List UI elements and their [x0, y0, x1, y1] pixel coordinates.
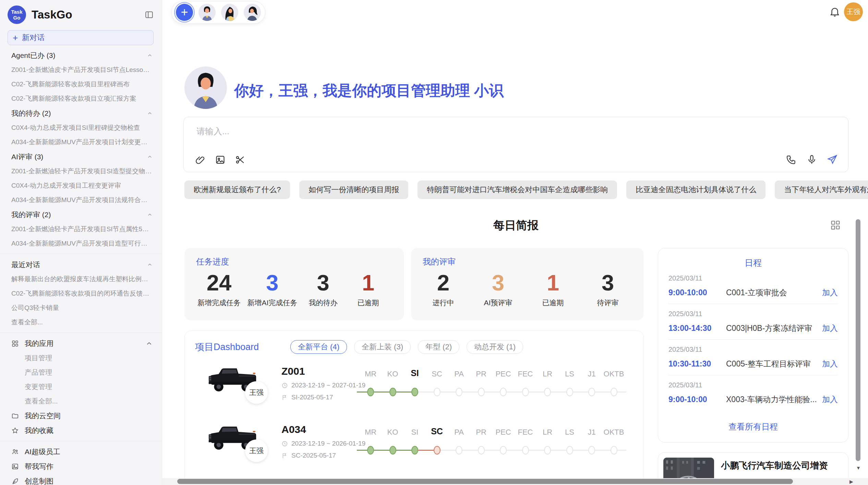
- join-meeting-link[interactable]: 加入: [822, 323, 838, 334]
- sidebar-recent-item[interactable]: 公司Q3轻卡销量: [0, 301, 162, 315]
- new-conversation-button[interactable]: +: [176, 4, 193, 21]
- conversation-switcher: +: [171, 1, 265, 24]
- sidebar-section-header[interactable]: Agent已办 (3): [0, 48, 162, 63]
- microphone-icon[interactable]: [806, 154, 817, 165]
- milestone-node[interactable]: [389, 388, 396, 396]
- milestone-node[interactable]: [434, 388, 441, 396]
- suggestion-chip[interactable]: 欧洲新规最近颁布了什么?: [184, 181, 290, 199]
- milestone-connector: [418, 391, 434, 393]
- project-row[interactable]: 王强A0342023-12-19 ~ 2026-01-19SC-2025-05-…: [185, 419, 643, 470]
- dashboard-tab[interactable]: 全新上装 (3): [354, 340, 411, 354]
- sidebar-task-item[interactable]: Z001-全新燃油轻卡产品开发项目SI节点属性5D文件评审: [0, 222, 162, 236]
- view-all-schedule-link[interactable]: 查看所有日程: [668, 421, 838, 432]
- milestone-node[interactable]: [500, 446, 507, 455]
- sidebar-task-item[interactable]: A034-全新新能源MUV产品开发项目计划变更表编写: [0, 135, 162, 149]
- milestone-node[interactable]: [389, 446, 396, 455]
- schedule-title: 日程: [668, 257, 838, 269]
- milestone-node[interactable]: [566, 446, 573, 455]
- milestone-node[interactable]: [478, 388, 485, 396]
- milestone-node[interactable]: [522, 446, 529, 455]
- milestone-node[interactable]: [588, 388, 595, 396]
- milestone-node[interactable]: [367, 388, 374, 396]
- user-avatar[interactable]: 王强: [844, 2, 863, 21]
- sidebar-task-item[interactable]: A034-全新新能源MUV产品开发项目法规符合性评审: [0, 193, 162, 207]
- dashboard-tab[interactable]: 全新平台 (4): [290, 340, 347, 354]
- conversation-avatar-3[interactable]: [244, 4, 261, 21]
- suggestion-chip[interactable]: 比亚迪全固态电池计划具体说了什么: [626, 181, 765, 199]
- scroll-right-arrow-icon[interactable]: ▶: [849, 479, 853, 484]
- sidebar-recent-item[interactable]: C02-飞腾新能源轻客改款项目的闭环通告反馈情况: [0, 286, 162, 301]
- horizontal-scrollbar[interactable]: [177, 479, 793, 484]
- sidebar-tool-item[interactable]: AI超级员工: [0, 444, 162, 459]
- view-all-apps-link[interactable]: 查看全部...: [0, 394, 162, 408]
- milestone-node[interactable]: [566, 388, 573, 396]
- sidebar-item-cloud-folder[interactable]: 我的云空间: [0, 408, 162, 423]
- suggestion-chip[interactable]: 当下年轻人对汽车外观有怎样的喜好趋势: [775, 181, 868, 199]
- sidebar-section-header[interactable]: 我的待办 (2): [0, 106, 162, 121]
- vertical-scrollbar[interactable]: [856, 219, 860, 461]
- send-icon[interactable]: [827, 154, 838, 165]
- milestone-node[interactable]: [611, 388, 617, 396]
- project-name: A034: [281, 424, 365, 435]
- milestone-label: MR: [360, 370, 382, 378]
- milestone-node[interactable]: [434, 446, 441, 455]
- scroll-down-arrow-icon[interactable]: ▼: [856, 465, 861, 471]
- milestone-node[interactable]: [367, 446, 374, 455]
- sidebar-collapse-icon[interactable]: [145, 10, 154, 19]
- suggestion-chip[interactable]: 特朗普可能对进口汽车增税会对中国车企造成哪些影响: [418, 181, 617, 199]
- sidebar-app-item[interactable]: 项目管理: [0, 351, 162, 365]
- sidebar-tool-item[interactable]: 帮我写作: [0, 459, 162, 474]
- paperclip-icon[interactable]: [195, 154, 206, 165]
- scissors-icon[interactable]: [235, 154, 245, 165]
- milestone-node[interactable]: [522, 388, 529, 396]
- milestone-node[interactable]: [544, 446, 551, 455]
- join-meeting-link[interactable]: 加入: [822, 394, 838, 405]
- milestone-node[interactable]: [411, 388, 418, 396]
- sidebar-tool-item[interactable]: 创意制图: [0, 474, 162, 485]
- chevron-up-icon: [147, 262, 153, 268]
- sidebar-section-header[interactable]: 我的评审 (2): [0, 207, 162, 222]
- milestone-node[interactable]: [544, 388, 551, 396]
- milestone-node[interactable]: [456, 388, 462, 396]
- chat-input[interactable]: [196, 126, 677, 137]
- sidebar-my-apps[interactable]: 我的应用: [0, 336, 162, 351]
- dashboard-tab[interactable]: 动总开发 (1): [467, 340, 523, 354]
- sidebar-section-header[interactable]: AI评审 (3): [0, 149, 162, 164]
- new-chat-button[interactable]: + 新对话: [8, 30, 154, 45]
- image-icon[interactable]: [215, 154, 226, 165]
- milestone-label: SC: [426, 370, 448, 378]
- project-info: A0342023-12-19 ~ 2026-01-19SC-2025-05-17: [281, 424, 365, 459]
- sidebar-recent-item[interactable]: 解释最新出台的欧盟报废车法规再生塑料比例被调至15%...: [0, 272, 162, 286]
- sidebar-task-item[interactable]: C0X4-动力总成开发项目工程变更评审: [0, 178, 162, 193]
- join-meeting-link[interactable]: 加入: [822, 287, 838, 298]
- project-row[interactable]: 王强Z0012023-12-19 ~ 2027-01-19SI-2025-05-…: [185, 361, 643, 412]
- sidebar-task-item[interactable]: Z001-全新燃油轻卡产品开发项目SI造型提交物评审: [0, 164, 162, 178]
- milestone-node[interactable]: [456, 446, 462, 455]
- sidebar-app-item[interactable]: 产品管理: [0, 365, 162, 380]
- sidebar-app-item[interactable]: 变更管理: [0, 380, 162, 394]
- sidebar-item-star[interactable]: 我的收藏: [0, 423, 162, 438]
- sidebar-task-item[interactable]: C02-飞腾新能源轻客改款项目里程碑画布: [0, 77, 162, 91]
- milestone-node[interactable]: [588, 446, 595, 455]
- sidebar-task-item[interactable]: A034-全新新能源MUV产品开发项目造型可行性评审: [0, 236, 162, 251]
- suggestion-chip[interactable]: 如何写一份清晰的项目周报: [299, 181, 408, 199]
- sidebar-task-item[interactable]: Z001-全新燃油皮卡产品开发项目SI节点Lesson Learn报告: [0, 63, 162, 77]
- milestone-node[interactable]: [500, 388, 507, 396]
- notifications-bell-icon[interactable]: [829, 6, 841, 17]
- milestone-node[interactable]: [478, 446, 485, 455]
- dashboard-tab[interactable]: 年型 (2): [418, 340, 459, 354]
- milestone-node[interactable]: [611, 446, 617, 455]
- milestone-node[interactable]: [411, 446, 418, 455]
- phone-icon[interactable]: [786, 154, 797, 165]
- join-meeting-link[interactable]: 加入: [822, 359, 838, 369]
- view-all-conversations-link[interactable]: 查看全部...: [0, 315, 162, 329]
- sidebar-task-item[interactable]: C0X4-动力总成开发项目SI里程碑提交物检查: [0, 121, 162, 135]
- conversation-avatar-1[interactable]: [198, 4, 216, 21]
- schedule-name: X003-车辆动力学性能验...: [726, 394, 822, 405]
- sidebar-task-item[interactable]: C02-飞腾新能源轻客改款项目立项汇报方案: [0, 91, 162, 106]
- sidebar-recent-header[interactable]: 最近对话: [0, 257, 162, 272]
- photo-icon: [11, 463, 19, 470]
- briefing-layout-icon[interactable]: [830, 219, 841, 231]
- conversation-avatar-2[interactable]: [221, 4, 238, 21]
- schedule-item: 2025/03/119:00-10:00X003-车辆动力学性能验...加入: [668, 375, 838, 411]
